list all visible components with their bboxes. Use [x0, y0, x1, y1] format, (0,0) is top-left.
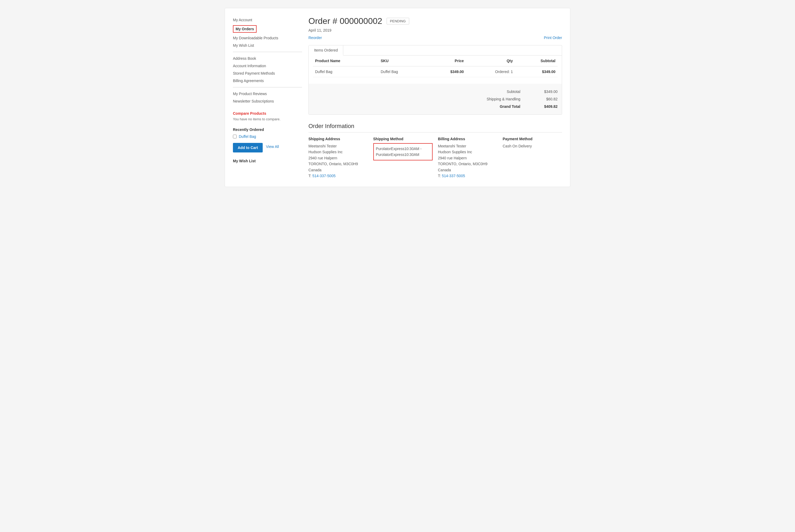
print-order-link[interactable]: Print Order — [544, 36, 562, 40]
shipping-phone-label: T: — [308, 174, 311, 178]
order-info-title: Order Information — [308, 123, 562, 133]
order-title: Order # 000000002 — [308, 16, 382, 26]
sidebar-item-account-information[interactable]: Account Information — [233, 64, 266, 68]
totals-row-grand-total: Grand Total $409.82 — [313, 103, 558, 110]
shipping-address-city-state: TORONTO, Ontario, M3C0H9 — [308, 161, 368, 167]
shipping-address-country: Canada — [308, 167, 368, 173]
grand-total-label: Grand Total — [467, 104, 520, 109]
recently-ordered-title: Recently Ordered — [233, 128, 302, 132]
shipping-method-block: Shipping Method PurolatorExpress10:30AM … — [373, 137, 433, 179]
compare-products-section: Compare Products You have no items to co… — [233, 111, 302, 121]
main-content: Order # 000000002 PENDING April 11, 2019… — [308, 16, 562, 179]
sidebar-item-stored-payment-methods[interactable]: Stored Payment Methods — [233, 71, 275, 75]
order-header: Order # 000000002 PENDING — [308, 16, 562, 26]
order-info-section: Order Information Shipping Address Meeta… — [308, 123, 562, 179]
billing-address-street: 2940 rue Halpern — [438, 155, 498, 161]
recently-ordered-product-link[interactable]: Duffel Bag — [239, 134, 256, 139]
payment-method-value: Cash On Delivery — [503, 143, 562, 149]
item-sku: Duffel Bag — [379, 66, 427, 77]
sidebar-item-my-wish-list[interactable]: My Wish List — [233, 43, 254, 48]
items-ordered-section: Items Ordered Product Name SKU Price Qty… — [308, 45, 562, 115]
billing-phone-link[interactable]: 514-337-5005 — [442, 174, 465, 178]
add-to-cart-button[interactable]: Add to Cart — [233, 143, 263, 152]
payment-method-title: Payment Method — [503, 137, 562, 141]
item-subtotal: $349.00 — [515, 66, 558, 77]
shipping-method-title: Shipping Method — [373, 137, 433, 141]
sidebar-item-my-downloadable-products[interactable]: My Downloadable Products — [233, 36, 278, 40]
sidebar-item-my-product-reviews[interactable]: My Product Reviews — [233, 92, 267, 96]
list-item: Duffel Bag — [233, 134, 302, 139]
subtotal-value: $349.00 — [536, 90, 558, 94]
billing-address-city-state: TORONTO, Ontario, M3C0H9 — [438, 161, 498, 167]
billing-address-phone: T: 514-337-5005 — [438, 173, 498, 179]
shipping-address-company: Hudson Supplies Inc — [308, 149, 368, 155]
billing-address-title: Billing Address — [438, 137, 498, 141]
sidebar-item-newsletter-subscriptions[interactable]: Newsletter Subscriptions — [233, 99, 274, 103]
compare-products-title: Compare Products — [233, 111, 302, 116]
view-all-link[interactable]: View All — [266, 145, 279, 149]
item-price: $349.00 — [427, 66, 466, 77]
shipping-value: $60.82 — [536, 97, 558, 101]
sidebar-my-wish-list-bottom: My Wish List — [233, 159, 302, 163]
col-header-sku: SKU — [379, 56, 427, 66]
reorder-link[interactable]: Reorder — [308, 36, 322, 40]
billing-address-name: Meetanshi Tester — [438, 143, 498, 149]
col-header-subtotal: Subtotal — [515, 56, 558, 66]
shipping-method-value: PurolatorExpress10:30AM - PurolatorExpre… — [376, 146, 430, 158]
recently-ordered-section: Recently Ordered Duffel Bag Add to Cart … — [233, 128, 302, 152]
totals-section: Subtotal $349.00 Shipping & Handling $60… — [309, 84, 562, 114]
tab-header: Items Ordered — [309, 45, 562, 56]
totals-row-shipping: Shipping & Handling $60.82 — [313, 95, 558, 103]
billing-address-block: Billing Address Meetanshi Tester Hudson … — [438, 137, 498, 179]
billing-phone-label: T: — [438, 174, 441, 178]
col-header-qty: Qty — [466, 56, 515, 66]
shipping-phone-link[interactable]: 514-337-5005 — [312, 174, 336, 178]
shipping-label: Shipping & Handling — [467, 97, 520, 101]
sidebar-item-my-orders[interactable]: My Orders — [233, 25, 257, 33]
order-actions: Reorder Print Order — [308, 36, 562, 40]
payment-method-block: Payment Method Cash On Delivery — [503, 137, 562, 179]
shipping-address-block: Shipping Address Meetanshi Tester Hudson… — [308, 137, 368, 179]
order-date: April 11, 2019 — [308, 28, 562, 33]
order-info-grid: Shipping Address Meetanshi Tester Hudson… — [308, 137, 562, 179]
col-header-price: Price — [427, 56, 466, 66]
item-qty: Ordered: 1 — [466, 66, 515, 77]
shipping-address-phone: T: 514-337-5005 — [308, 173, 368, 179]
item-product-name: Duffel Bag — [313, 66, 379, 77]
items-table-wrapper: Product Name SKU Price Qty Subtotal Duff… — [309, 56, 562, 81]
items-table: Product Name SKU Price Qty Subtotal Duff… — [313, 56, 558, 77]
billing-address-country: Canada — [438, 167, 498, 173]
status-badge: PENDING — [386, 18, 409, 24]
compare-products-empty-message: You have no items to compare. — [233, 117, 302, 121]
shipping-address-street: 2940 rue Halpern — [308, 155, 368, 161]
table-row: Duffel Bag Duffel Bag $349.00 Ordered: 1… — [313, 66, 558, 77]
subtotal-label: Subtotal — [467, 90, 520, 94]
tab-items-ordered[interactable]: Items Ordered — [309, 45, 343, 56]
billing-address-company: Hudson Supplies Inc — [438, 149, 498, 155]
sidebar-item-billing-agreements[interactable]: Billing Agreements — [233, 79, 264, 83]
sidebar: My Account My Orders My Downloadable Pro… — [233, 16, 302, 179]
shipping-address-name: Meetanshi Tester — [308, 143, 368, 149]
recently-ordered-checkbox[interactable] — [233, 135, 237, 138]
grand-total-value: $409.82 — [536, 104, 558, 109]
totals-row-subtotal: Subtotal $349.00 — [313, 88, 558, 95]
col-header-product-name: Product Name — [313, 56, 379, 66]
shipping-address-title: Shipping Address — [308, 137, 368, 141]
sidebar-item-address-book[interactable]: Address Book — [233, 56, 256, 60]
shipping-method-value-box: PurolatorExpress10:30AM - PurolatorExpre… — [373, 143, 433, 160]
sidebar-item-my-account[interactable]: My Account — [233, 18, 252, 22]
